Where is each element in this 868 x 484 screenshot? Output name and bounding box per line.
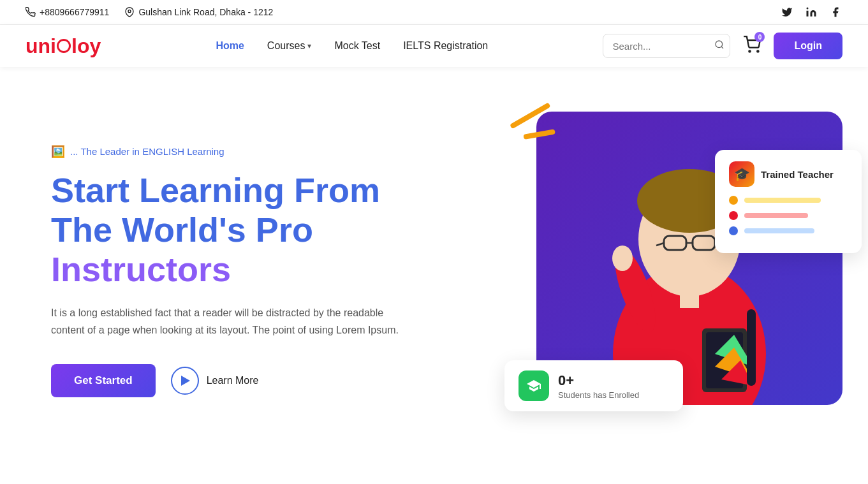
courses-dropdown-arrow: ▾	[307, 41, 311, 50]
tt-row-1	[729, 196, 848, 205]
hero-left: 🖼️ ... The Leader in ENGLISH Learning St…	[51, 145, 408, 398]
get-started-button[interactable]: Get Started	[51, 364, 156, 397]
cart-wrap[interactable]: 0	[743, 36, 761, 56]
hero-title-line1: Start Learning From	[51, 170, 408, 210]
enrolled-card: 0+ Students has Enrolled	[504, 360, 683, 411]
address-item: Gulshan Link Road, Dhaka - 1212	[124, 7, 273, 17]
logo[interactable]: uniloy	[26, 34, 101, 58]
logo-o	[57, 39, 71, 53]
twitter-icon[interactable]	[780, 5, 794, 19]
hero-title-line2: The World's Pro	[51, 210, 408, 249]
hero-buttons: Get Started Learn More	[51, 364, 408, 397]
tt-row-2	[729, 211, 848, 220]
tt-bar-yellow	[744, 198, 821, 203]
svg-point-5	[758, 50, 759, 52]
svg-point-1	[807, 8, 809, 10]
facebook-icon[interactable]	[828, 5, 842, 19]
logo-loy: loy	[71, 34, 101, 57]
trained-teacher-icon: 🎓	[729, 161, 754, 187]
cart-badge: 0	[754, 32, 765, 42]
logo-uni: uni	[26, 34, 56, 57]
tt-dot-red	[729, 211, 738, 220]
tt-header: 🎓 Trained Teacher	[729, 161, 848, 187]
tt-bar-red	[744, 213, 808, 218]
nav-links: Home Courses ▾ Mock Test IELTS Registrat…	[216, 40, 488, 52]
deco-lines	[511, 124, 555, 145]
navbar-right: 0 Login	[603, 33, 842, 59]
search-button[interactable]	[714, 40, 725, 52]
search-icon	[714, 40, 725, 50]
svg-point-16	[612, 246, 633, 271]
enrolled-label: Students has Enrolled	[558, 390, 639, 400]
hero-title: Start Learning From The World's Pro Inst…	[51, 170, 408, 289]
hero-section: 🖼️ ... The Leader in ENGLISH Learning St…	[0, 67, 868, 462]
nav-courses[interactable]: Courses ▾	[267, 40, 312, 52]
graduate-icon	[526, 378, 541, 393]
svg-point-0	[128, 10, 131, 13]
search-box[interactable]	[603, 34, 730, 58]
nav-ielts[interactable]: IELTS Registration	[403, 40, 488, 52]
login-button[interactable]: Login	[774, 33, 842, 59]
hero-tag: 🖼️ ... The Leader in ENGLISH Learning	[51, 145, 408, 159]
hero-title-line3: Instructors	[51, 249, 408, 289]
phone-text: +8809666779911	[40, 7, 109, 17]
topbar-left: +8809666779911 Gulshan Link Road, Dhaka …	[26, 7, 273, 17]
nav-home[interactable]: Home	[216, 40, 244, 52]
linkedin-icon[interactable]	[804, 5, 818, 19]
tt-dot-blue	[729, 226, 738, 235]
learn-more-button[interactable]: Learn More	[171, 367, 259, 395]
hero-right: 🎓 Trained Teacher	[485, 112, 842, 430]
enrolled-icon	[519, 370, 549, 401]
location-icon	[124, 7, 135, 17]
tt-bar-blue	[744, 228, 814, 233]
phone-icon	[26, 7, 36, 17]
topbar: +8809666779911 Gulshan Link Road, Dhaka …	[0, 0, 868, 25]
svg-rect-22	[747, 309, 756, 386]
search-input[interactable]	[612, 41, 714, 52]
hero-description: It is a long established fact that a rea…	[51, 304, 408, 339]
enrolled-info: 0+ Students has Enrolled	[558, 372, 639, 400]
deco-line-2	[523, 129, 555, 140]
phone-item: +8809666779911	[26, 7, 109, 17]
svg-point-2	[716, 41, 723, 48]
tag-icon: 🖼️	[51, 145, 65, 159]
nav-mock-test[interactable]: Mock Test	[334, 40, 380, 52]
trained-teacher-title: Trained Teacher	[761, 169, 834, 180]
topbar-right	[780, 5, 842, 19]
svg-rect-14	[680, 289, 699, 308]
play-button[interactable]	[171, 367, 199, 395]
play-triangle-icon	[181, 376, 190, 386]
trained-teacher-card: 🎓 Trained Teacher	[715, 150, 862, 253]
svg-line-3	[722, 47, 724, 48]
address-text: Gulshan Link Road, Dhaka - 1212	[138, 7, 273, 17]
tt-dot-yellow	[729, 196, 738, 205]
hero-tag-text: ... The Leader in ENGLISH Learning	[70, 146, 224, 157]
svg-point-4	[749, 50, 751, 52]
learn-more-label: Learn More	[207, 375, 259, 386]
navbar: uniloy Home Courses ▾ Mock Test IELTS Re…	[0, 25, 868, 67]
tt-row-3	[729, 226, 848, 235]
enrolled-count: 0+	[558, 372, 639, 389]
